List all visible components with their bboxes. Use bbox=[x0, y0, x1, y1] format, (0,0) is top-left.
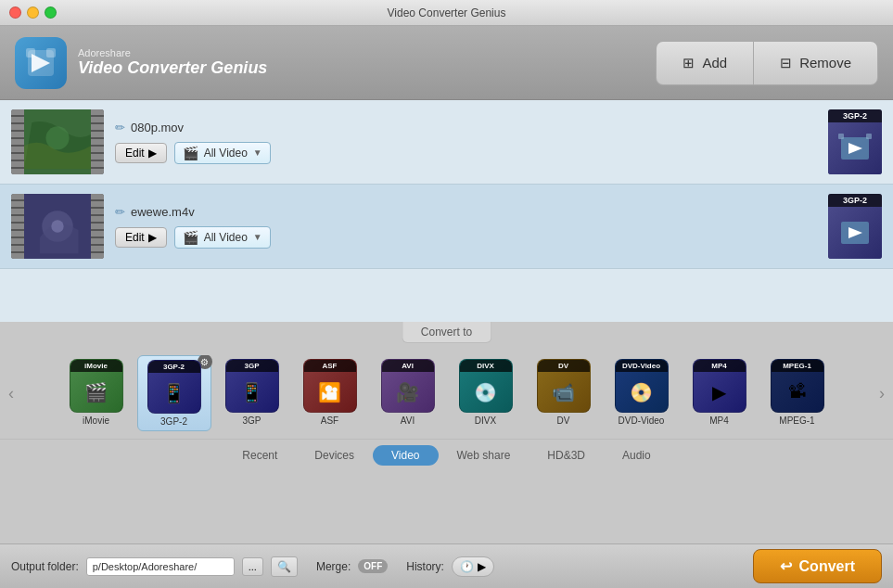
clock-icon: 🕐 bbox=[460, 560, 474, 573]
format-icon-box-8: MP4▶ bbox=[693, 359, 746, 413]
file-info-1: ✏ 080p.mov Edit ▶ 🎬 All Video ▼ bbox=[104, 121, 828, 164]
format-icon-badge-4: AVI bbox=[382, 360, 434, 372]
format-icon-name-0: iMovie bbox=[83, 415, 109, 426]
header: Adoreshare Video Converter Genius ⊞ Add … bbox=[0, 26, 893, 100]
convert-button[interactable]: ↩ Convert bbox=[753, 549, 882, 583]
play-icon-2: ▶ bbox=[148, 231, 157, 244]
format-icon-badge-3: ASF bbox=[304, 360, 356, 372]
dropdown-arrow-2: ▼ bbox=[253, 232, 262, 242]
browse-button[interactable]: ... bbox=[242, 557, 263, 576]
convert-icon: ↩ bbox=[780, 557, 792, 575]
format-icon-item-asf[interactable]: ASF🎦ASF bbox=[293, 355, 367, 431]
svg-rect-8 bbox=[866, 134, 872, 139]
window-title: Video Converter Genius bbox=[388, 6, 506, 19]
remove-button[interactable]: ⊟ Remove bbox=[753, 41, 878, 85]
add-label: Add bbox=[702, 55, 727, 70]
format-icon-image-9: 📽 bbox=[772, 372, 823, 412]
format-icon-badge-8: MP4 bbox=[694, 360, 746, 372]
format-icon-badge-1: 3GP-2 bbox=[148, 361, 200, 373]
file-list: ✏ 080p.mov Edit ▶ 🎬 All Video ▼ 3GP- bbox=[0, 100, 893, 322]
output-format-badge-2: 3GP-2 bbox=[828, 194, 882, 207]
file-name-2: ewewe.m4v bbox=[131, 205, 195, 219]
tab-devices[interactable]: Devices bbox=[296, 445, 373, 466]
minimize-button[interactable] bbox=[27, 6, 39, 19]
add-button[interactable]: ⊞ Add bbox=[656, 41, 753, 85]
thumbnail-1 bbox=[11, 109, 104, 174]
filmstrip-left-1 bbox=[11, 109, 24, 174]
tab-audio[interactable]: Audio bbox=[604, 445, 670, 466]
thumbnail-2 bbox=[11, 194, 104, 259]
scroll-left-arrow[interactable]: ‹ bbox=[0, 365, 22, 421]
app-name: Video Converter Genius bbox=[78, 58, 644, 78]
format-icon-item-dvd-video[interactable]: DVD-Video📀DVD-Video bbox=[605, 355, 679, 431]
format-icon-box-5: DIVX💿 bbox=[459, 359, 513, 413]
format-icons-row: ‹ iMovie🎬iMovie⚙3GP-2📱3GP-23GP📱3GPASF🎦AS… bbox=[0, 348, 893, 439]
convert-to-label: Convert to bbox=[402, 322, 491, 343]
format-icon-item-3gp[interactable]: 3GP📱3GP bbox=[215, 355, 289, 431]
maximize-button[interactable] bbox=[45, 6, 57, 19]
file-controls-2: Edit ▶ 🎬 All Video ▼ bbox=[115, 226, 817, 249]
format-icon-box-1: 3GP-2📱 bbox=[147, 360, 201, 414]
tab-hd&3d[interactable]: HD&3D bbox=[529, 445, 604, 466]
format-icon-box-0: iMovie🎬 bbox=[70, 359, 123, 413]
merge-toggle[interactable]: OFF bbox=[358, 559, 388, 573]
output-thumb-1: 3GP-2 bbox=[828, 109, 882, 174]
format-icon-item-3gp-2[interactable]: ⚙3GP-2📱3GP-2 bbox=[137, 355, 211, 431]
tab-video[interactable]: Video bbox=[373, 445, 438, 466]
format-icon-name-2: 3GP bbox=[242, 415, 261, 426]
filmstrip-right-1 bbox=[91, 109, 104, 174]
format-icon-badge-9: MPEG-1 bbox=[772, 360, 823, 372]
edit-button-2[interactable]: Edit ▶ bbox=[115, 227, 167, 248]
output-thumb-content-1 bbox=[828, 122, 882, 174]
format-icon-image-7: 📀 bbox=[616, 372, 668, 412]
play-icon-1: ▶ bbox=[148, 147, 157, 160]
format-icon-item-avi[interactable]: AVI🎥AVI bbox=[371, 355, 445, 431]
edit-button-1[interactable]: Edit ▶ bbox=[115, 143, 167, 163]
filmstrip-left-2 bbox=[11, 194, 24, 259]
format-icon-image-6: 📹 bbox=[538, 372, 590, 412]
output-path-input[interactable] bbox=[86, 557, 235, 576]
brand-name: Adoreshare bbox=[78, 47, 644, 58]
logo-text: Adoreshare Video Converter Genius bbox=[78, 47, 644, 78]
format-icon-item-imovie[interactable]: iMovie🎬iMovie bbox=[59, 355, 134, 431]
format-select-2[interactable]: 🎬 All Video ▼ bbox=[174, 226, 271, 249]
tab-recent[interactable]: Recent bbox=[223, 445, 296, 466]
edit-icon-2: ✏ bbox=[115, 205, 125, 219]
format-icon-item-dv[interactable]: DV📹DV bbox=[527, 355, 601, 431]
format-icon-name-6: DV bbox=[557, 415, 570, 426]
edit-label-1: Edit bbox=[125, 147, 145, 160]
format-panel: Convert to ‹ iMovie🎬iMovie⚙3GP-2📱3GP-23G… bbox=[0, 322, 893, 543]
thumb-content-1 bbox=[24, 109, 91, 174]
format-icon-name-4: AVI bbox=[401, 415, 415, 426]
history-arrow: ▶ bbox=[478, 560, 486, 573]
format-icon-name-7: DVD-Video bbox=[619, 415, 665, 426]
format-icons-scroll: iMovie🎬iMovie⚙3GP-2📱3GP-23GP📱3GPASF🎦ASFA… bbox=[22, 355, 871, 431]
format-icon-image-8: ▶ bbox=[694, 372, 746, 412]
format-icon-box-2: 3GP📱 bbox=[225, 359, 279, 413]
close-button[interactable] bbox=[9, 6, 21, 19]
history-button[interactable]: 🕐 ▶ bbox=[452, 556, 494, 577]
edit-icon-1: ✏ bbox=[115, 121, 125, 134]
titlebar: Video Converter Genius bbox=[0, 0, 893, 26]
window-controls bbox=[9, 6, 57, 19]
output-format-badge-1: 3GP-2 bbox=[828, 109, 882, 122]
format-icon-image-0: 🎬 bbox=[70, 372, 122, 412]
format-icon-badge-0: iMovie bbox=[70, 360, 122, 372]
search-button[interactable]: 🔍 bbox=[271, 556, 298, 577]
format-icon-1: 🎬 bbox=[183, 146, 198, 160]
file-item-1: ✏ 080p.mov Edit ▶ 🎬 All Video ▼ 3GP- bbox=[0, 100, 893, 185]
remove-label: Remove bbox=[799, 55, 851, 70]
format-icon-name-3: ASF bbox=[321, 415, 338, 426]
bottom-bar: Output folder: ... 🔍 Merge: OFF History:… bbox=[0, 543, 893, 588]
tab-web-share[interactable]: Web share bbox=[439, 445, 529, 466]
format-icon-item-mpeg-1[interactable]: MPEG-1📽MPEG-1 bbox=[760, 355, 835, 431]
format-icon-item-divx[interactable]: DIVX💿DIVX bbox=[449, 355, 523, 431]
format-icon-box-6: DV📹 bbox=[537, 359, 591, 413]
format-text-1: All Video bbox=[204, 147, 248, 160]
format-icon-item-mp4[interactable]: MP4▶MP4 bbox=[683, 355, 757, 431]
merge-label: Merge: bbox=[316, 560, 351, 573]
scroll-right-arrow[interactable]: › bbox=[871, 365, 893, 421]
file-controls-1: Edit ▶ 🎬 All Video ▼ bbox=[115, 142, 817, 164]
format-select-1[interactable]: 🎬 All Video ▼ bbox=[174, 142, 271, 164]
format-icon-badge-2: 3GP bbox=[226, 360, 278, 372]
